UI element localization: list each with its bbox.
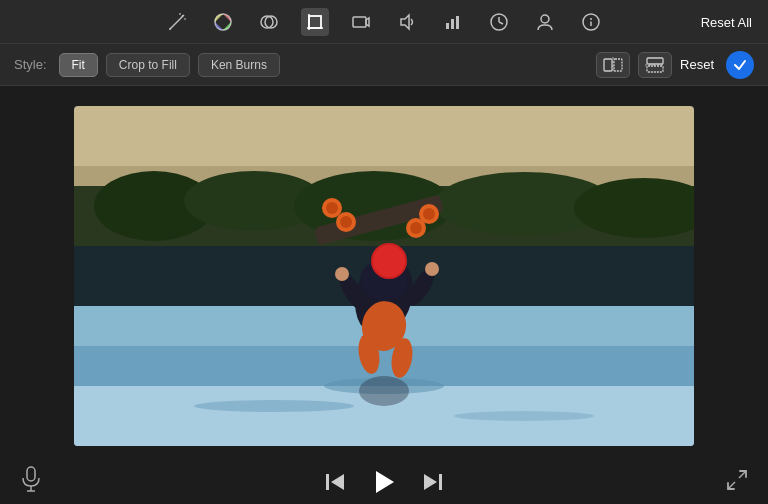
svg-marker-71 — [331, 474, 344, 490]
speed-icon[interactable] — [485, 8, 513, 36]
svg-marker-13 — [366, 18, 369, 26]
svg-line-20 — [499, 22, 503, 24]
svg-rect-17 — [456, 16, 459, 29]
svg-rect-70 — [326, 474, 329, 490]
svg-point-50 — [335, 267, 349, 281]
style-label: Style: — [14, 57, 47, 72]
svg-rect-28 — [647, 58, 663, 64]
video-clip-icon[interactable] — [347, 8, 375, 36]
style-bar: Style: Fit Crop to Fill Ken Burns Reset — [0, 44, 768, 86]
svg-marker-72 — [376, 471, 394, 493]
svg-rect-16 — [451, 19, 454, 29]
svg-line-0 — [170, 19, 180, 29]
svg-marker-74 — [424, 474, 437, 490]
svg-rect-25 — [604, 59, 612, 71]
flip-horizontal-button[interactable] — [596, 52, 630, 78]
video-scene — [74, 106, 694, 446]
svg-rect-29 — [647, 66, 663, 72]
svg-line-76 — [728, 482, 735, 489]
skip-back-button[interactable] — [324, 471, 346, 493]
svg-point-66 — [359, 376, 409, 406]
svg-point-2 — [169, 28, 171, 30]
style-right-controls: Reset — [596, 51, 754, 79]
svg-point-60 — [340, 216, 352, 228]
svg-point-58 — [423, 208, 435, 220]
flip-vertical-button[interactable] — [638, 52, 672, 78]
levels-icon[interactable] — [439, 8, 467, 36]
crop-to-fill-button[interactable]: Crop to Fill — [106, 53, 190, 77]
svg-point-23 — [590, 18, 592, 20]
svg-point-65 — [454, 411, 594, 421]
skip-forward-button[interactable] — [422, 471, 444, 493]
svg-point-64 — [194, 400, 354, 412]
svg-point-47 — [373, 245, 405, 277]
svg-point-21 — [541, 15, 549, 23]
confirm-button[interactable] — [726, 51, 754, 79]
toolbar-icons — [163, 8, 605, 36]
svg-point-62 — [410, 222, 422, 234]
play-button[interactable] — [370, 468, 398, 496]
svg-point-51 — [425, 262, 439, 276]
bottom-controls — [0, 456, 768, 504]
magic-wand-icon[interactable] — [163, 8, 191, 36]
reset-all-button[interactable]: Reset All — [701, 14, 752, 29]
audio-icon[interactable] — [393, 8, 421, 36]
film-filter-icon[interactable] — [255, 8, 283, 36]
svg-rect-67 — [27, 467, 35, 481]
video-player — [74, 106, 694, 446]
overlay-icon[interactable] — [531, 8, 559, 36]
info-icon[interactable] — [577, 8, 605, 36]
fit-button[interactable]: Fit — [59, 53, 98, 77]
playback-controls — [324, 468, 444, 496]
ken-burns-button[interactable]: Ken Burns — [198, 53, 280, 77]
color-wheel-icon[interactable] — [209, 8, 237, 36]
svg-rect-26 — [614, 59, 622, 71]
svg-line-75 — [739, 471, 746, 478]
expand-icon[interactable] — [726, 469, 748, 496]
svg-rect-12 — [353, 17, 366, 27]
top-toolbar: Reset All — [0, 0, 768, 44]
svg-marker-14 — [401, 15, 409, 29]
svg-rect-9 — [309, 16, 321, 28]
reset-button[interactable]: Reset — [680, 57, 714, 72]
microphone-icon[interactable] — [20, 466, 42, 498]
svg-rect-15 — [446, 23, 449, 29]
svg-rect-73 — [439, 474, 442, 490]
crop-icon[interactable] — [301, 8, 329, 36]
svg-point-56 — [326, 202, 338, 214]
